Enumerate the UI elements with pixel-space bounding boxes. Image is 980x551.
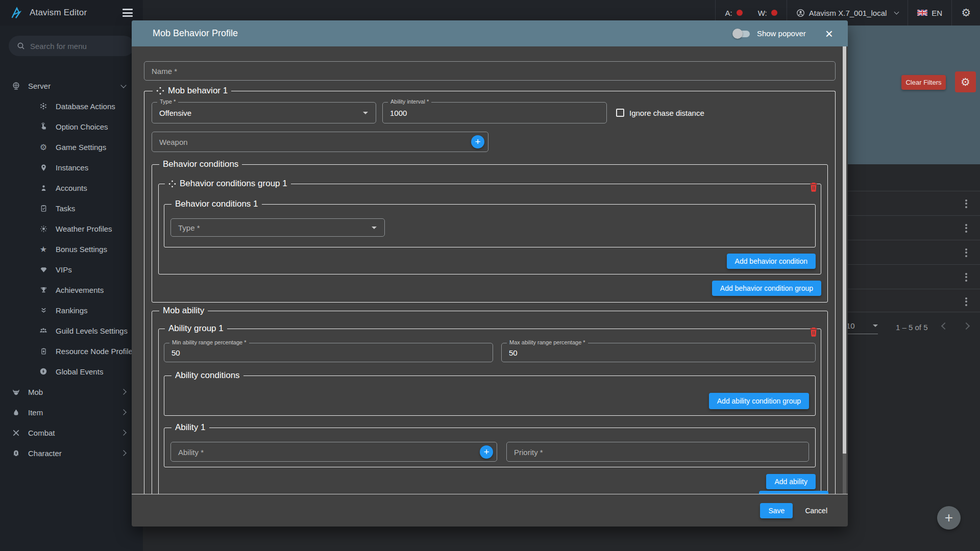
- sidebar: Search for menu Server Database Actions: [0, 26, 143, 551]
- status-w-label: W:: [758, 9, 767, 17]
- person-icon: [39, 183, 48, 192]
- chevron-right-icon: [120, 450, 126, 456]
- hamburger-menu-icon[interactable]: [122, 9, 133, 17]
- add-behavior-condition-group-button[interactable]: Add behavior condition group: [712, 281, 821, 296]
- sidebar-item-database-actions[interactable]: Database Actions: [0, 96, 143, 116]
- sidebar-item-tasks[interactable]: Tasks: [0, 198, 143, 218]
- mob-behavior-legend: Mob behavior 1: [153, 86, 231, 96]
- sidebar-item-label: Rankings: [56, 306, 88, 315]
- trophy-icon: [39, 285, 48, 294]
- type-select[interactable]: Type * Offensive: [152, 102, 376, 123]
- sidebar-item-achievements[interactable]: Achievements: [0, 280, 143, 300]
- name-field[interactable]: Name *: [144, 61, 836, 81]
- sidebar-item-game-settings[interactable]: ⚙ Game Settings: [0, 137, 143, 157]
- ability-interval-field[interactable]: Ability interval * 1000: [382, 102, 607, 123]
- chevron-down-icon: [363, 112, 368, 114]
- add-ability-plus-button[interactable]: +: [480, 445, 493, 459]
- behavior-conditions-fieldset: Behavior conditions Behavior conditions …: [152, 159, 828, 303]
- close-icon[interactable]: ×: [825, 29, 833, 39]
- sidebar-item-label: Game Settings: [56, 143, 106, 152]
- show-popover-toggle[interactable]: [732, 29, 751, 39]
- table-settings-button[interactable]: ⚙: [955, 71, 976, 92]
- sidebar-item-label: Option Choices: [56, 122, 108, 131]
- next-page-icon[interactable]: [963, 322, 970, 330]
- dialog-body: Name * Mob behavior 1 Type * Offensive A…: [132, 46, 848, 494]
- ignore-chase-distance-checkbox[interactable]: [616, 109, 624, 117]
- ability-select[interactable]: Ability * +: [170, 442, 497, 462]
- search-icon: [17, 42, 25, 50]
- ability-interval-label: Ability interval *: [388, 98, 431, 105]
- sidebar-item-guild-levels-settings[interactable]: Guild Levels Settings: [0, 320, 143, 341]
- add-ability-group-button[interactable]: Add ability group: [759, 491, 828, 494]
- page-size-select[interactable]: 10: [846, 321, 878, 334]
- sidebar-item-resource-node-profiles[interactable]: Resource Node Profiles: [0, 341, 143, 361]
- sidebar-item-label: Accounts: [56, 184, 87, 192]
- legend-text: Ability conditions: [175, 370, 240, 381]
- cancel-button[interactable]: Cancel: [798, 503, 835, 519]
- legend-text: Mob ability: [163, 306, 204, 316]
- dialog-scrollbar[interactable]: [843, 46, 846, 494]
- condition-type-select[interactable]: Type *: [170, 218, 385, 237]
- add-behavior-condition-button[interactable]: Add behavior condition: [727, 254, 816, 269]
- add-ability-button[interactable]: Add ability: [766, 474, 816, 489]
- chevron-down-icon: [120, 82, 126, 88]
- gear-icon: ⚙: [961, 76, 970, 88]
- delete-group-icon[interactable]: [809, 182, 818, 192]
- delete-group-icon[interactable]: [809, 327, 818, 337]
- sidebar-item-weather-profiles[interactable]: Weather Profiles: [0, 218, 143, 239]
- status-w-dot: [771, 10, 777, 16]
- add-weapon-button[interactable]: +: [471, 135, 484, 148]
- sidebar-item-character[interactable]: Character: [0, 443, 143, 463]
- row-menu-icon[interactable]: [961, 296, 971, 307]
- previous-page-icon[interactable]: [941, 322, 948, 330]
- atavism-logo-icon: [10, 6, 23, 19]
- legend-text: Behavior conditions: [163, 159, 238, 169]
- save-button[interactable]: Save: [760, 503, 793, 518]
- sidebar-item-bonus-settings[interactable]: ★ Bonus Settings: [0, 239, 143, 259]
- weapon-field[interactable]: Weapon +: [152, 132, 488, 152]
- chevron-right-icon: [120, 409, 126, 415]
- hub-icon: [39, 102, 48, 111]
- chevron-right-icon: [120, 430, 126, 435]
- sidebar-item-global-events[interactable]: Global Events: [0, 361, 143, 382]
- sidebar-item-combat[interactable]: Combat: [0, 422, 143, 443]
- sidebar-item-option-choices[interactable]: Option Choices: [0, 116, 143, 137]
- status-a-label: A:: [725, 9, 732, 17]
- sidebar-item-label: Instances: [56, 163, 88, 172]
- chevron-right-icon: [120, 389, 126, 394]
- people-group-icon: [39, 326, 48, 335]
- sidebar-item-accounts[interactable]: Accounts: [0, 178, 143, 198]
- row-menu-icon[interactable]: [961, 198, 971, 209]
- chevron-down-icon: [372, 227, 377, 229]
- scrollbar-thumb[interactable]: [843, 46, 846, 454]
- sidebar-item-label: Tasks: [56, 204, 75, 213]
- sidebar-item-item[interactable]: Item: [0, 402, 143, 422]
- sidebar-item-vips[interactable]: VIPs: [0, 259, 143, 280]
- sidebar-item-rankings[interactable]: Rankings: [0, 300, 143, 320]
- drag-handle-icon[interactable]: [168, 180, 176, 188]
- weapon-placeholder: Weapon: [159, 138, 188, 146]
- language-label: EN: [932, 9, 942, 17]
- settings-menu[interactable]: ⚙: [952, 0, 980, 26]
- row-menu-icon[interactable]: [961, 223, 971, 233]
- sidebar-item-server[interactable]: Server: [0, 76, 143, 96]
- row-menu-icon[interactable]: [961, 247, 971, 258]
- clear-filters-button[interactable]: Clear Filters: [901, 75, 946, 90]
- account-name: Atavism X.7_001_local: [809, 9, 887, 17]
- add-new-button[interactable]: +: [937, 506, 961, 530]
- ability-1-fieldset: Ability 1 Ability * + Priority *: [164, 422, 816, 467]
- search-input[interactable]: Search for menu: [9, 36, 134, 56]
- max-ability-range-field[interactable]: Max ability range percentage * 50: [501, 343, 816, 362]
- drag-handle-icon[interactable]: [156, 87, 164, 95]
- language-menu[interactable]: EN: [908, 0, 951, 26]
- priority-field[interactable]: Priority *: [506, 442, 809, 462]
- gem-icon: [39, 265, 48, 274]
- sidebar-item-mob[interactable]: Mob: [0, 382, 143, 402]
- globe-icon: [11, 81, 20, 90]
- min-ability-range-field[interactable]: Min ability range percentage * 50: [164, 343, 493, 362]
- mob-ability-fieldset: Mob ability Ability group 1 Min abil: [152, 306, 828, 494]
- sidebar-item-instances[interactable]: Instances: [0, 157, 143, 178]
- row-menu-icon[interactable]: [961, 272, 971, 282]
- dialog-title: Mob Behavior Profile: [153, 28, 732, 39]
- add-ability-condition-group-button[interactable]: Add ability condition group: [709, 393, 809, 409]
